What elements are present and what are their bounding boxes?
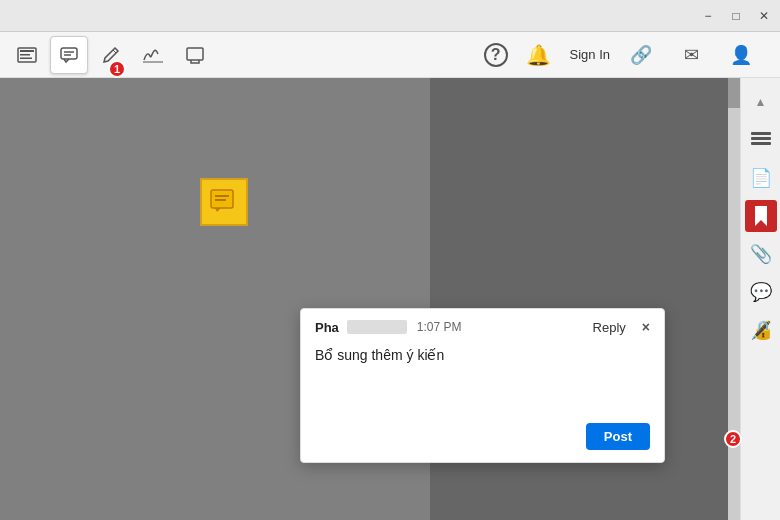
document-area: Pha 1:07 PM Reply × Post: [0, 78, 740, 520]
comment-header: Pha 1:07 PM Reply ×: [301, 309, 664, 341]
svg-rect-2: [20, 54, 30, 56]
help-button[interactable]: ?: [484, 43, 508, 67]
link-tool-button[interactable]: 🔗: [622, 36, 660, 74]
comment-popup: Pha 1:07 PM Reply × Post: [300, 308, 665, 463]
comment-time: 1:07 PM: [417, 320, 462, 334]
toolbar-left: [8, 36, 480, 74]
comment-tool-button[interactable]: [50, 36, 88, 74]
sidebar-pages-icon[interactable]: 📄: [745, 162, 777, 194]
right-sidebar: ▲ 📄 📎 💬 🔏: [740, 78, 780, 520]
reply-button[interactable]: Reply: [593, 320, 626, 335]
sign-tool-button[interactable]: [134, 36, 172, 74]
sidebar-scroll-up[interactable]: ▲: [745, 86, 777, 118]
sidebar-bookmarks-icon[interactable]: [745, 200, 777, 232]
sidebar-layers-icon[interactable]: [745, 124, 777, 156]
bell-icon[interactable]: 🔔: [520, 36, 558, 74]
svg-rect-14: [751, 137, 771, 140]
sidebar-signatures-icon[interactable]: 🔏: [745, 314, 777, 346]
text-tool-button[interactable]: [8, 36, 46, 74]
vertical-scrollbar[interactable]: [728, 78, 740, 520]
post-button[interactable]: Post: [586, 423, 650, 450]
maximize-button[interactable]: □: [728, 8, 744, 24]
sidebar-comments-icon[interactable]: 💬: [745, 276, 777, 308]
stamp-tool-button[interactable]: [176, 36, 214, 74]
sticky-note-annotation[interactable]: [200, 178, 248, 226]
comment-footer: Post: [301, 415, 664, 462]
svg-rect-13: [751, 132, 771, 135]
scrollbar-thumb[interactable]: [728, 78, 740, 108]
comment-author: Pha: [315, 320, 339, 335]
svg-rect-1: [20, 50, 34, 52]
email-tool-button[interactable]: ✉: [672, 36, 710, 74]
svg-rect-4: [61, 48, 77, 59]
user-tool-button[interactable]: 👤: [722, 36, 760, 74]
comment-author-name-redacted: [347, 320, 407, 334]
title-bar: − □ ✕: [0, 0, 780, 32]
badge-2: 2: [724, 430, 742, 448]
sign-in-button[interactable]: Sign In: [570, 47, 610, 62]
badge-1: 1: [108, 60, 126, 78]
minimize-button[interactable]: −: [700, 8, 716, 24]
sidebar-attachments-icon[interactable]: 📎: [745, 238, 777, 270]
close-button[interactable]: ✕: [756, 8, 772, 24]
svg-rect-9: [187, 48, 203, 60]
close-comment-button[interactable]: ×: [642, 319, 650, 335]
main-area: Pha 1:07 PM Reply × Post ▲ 📄: [0, 78, 780, 520]
comment-text-input[interactable]: [315, 347, 650, 397]
svg-line-7: [113, 50, 116, 53]
toolbar-right: ? 🔔 Sign In 🔗 ✉ 👤: [484, 36, 772, 74]
svg-rect-15: [751, 142, 771, 145]
comment-body: [301, 341, 664, 415]
svg-rect-3: [20, 57, 32, 59]
svg-rect-10: [211, 190, 233, 208]
